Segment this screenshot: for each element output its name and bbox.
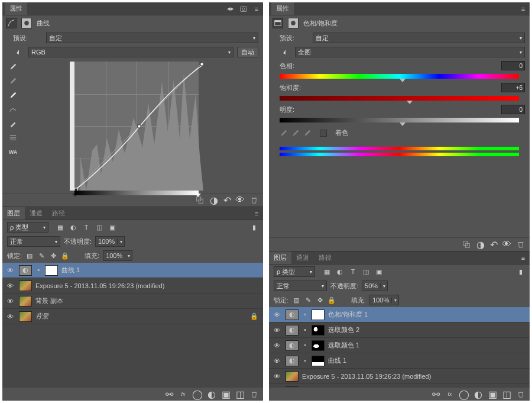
filter-pixel-icon[interactable]: ▦: [56, 223, 65, 231]
panel-menu-icon[interactable]: ≡: [519, 254, 527, 262]
layer-row[interactable]: 👁◐⚬选取颜色 2: [269, 323, 530, 338]
filter-pixel-icon[interactable]: ▦: [322, 267, 332, 276]
filter-shape-icon[interactable]: ◫: [95, 223, 104, 231]
visibility-toggle-icon[interactable]: 👁: [271, 373, 282, 380]
preset-select[interactable]: 自定▾: [313, 33, 525, 43]
visibility-toggle-icon[interactable]: 👁: [271, 327, 282, 334]
lightness-slider[interactable]: [280, 118, 519, 122]
trash-icon[interactable]: [517, 240, 525, 249]
opacity-input[interactable]: 50%▾: [362, 281, 388, 291]
eyedropper-icon[interactable]: [280, 129, 288, 137]
layer-mask-thumb[interactable]: [312, 309, 325, 320]
saturation-value[interactable]: +6: [501, 83, 525, 92]
group-icon[interactable]: ▣: [222, 390, 230, 398]
eyedropper-black-icon[interactable]: [9, 63, 17, 71]
tab-paths[interactable]: 路径: [47, 207, 70, 220]
link-layers-icon[interactable]: ⚯: [432, 390, 440, 398]
prev-state-icon[interactable]: ◑: [210, 196, 218, 204]
fx-icon[interactable]: fx: [179, 390, 187, 398]
filter-kind-select[interactable]: ρ 类型▾: [274, 266, 315, 277]
tab-paths[interactable]: 路径: [314, 252, 336, 264]
tab-layers[interactable]: 图层: [269, 252, 291, 264]
lock-transparent-icon[interactable]: ▨: [292, 296, 300, 304]
group-icon[interactable]: ▣: [488, 390, 497, 398]
visibility-toggle-icon[interactable]: 👁: [5, 298, 15, 305]
lock-all-icon[interactable]: 🔒: [327, 296, 336, 304]
layer-row[interactable]: 👁Exposure 5 - 2013.11.05 19:26:23 (modif…: [269, 369, 530, 384]
link-layers-icon[interactable]: ⚯: [165, 390, 173, 398]
layer-row[interactable]: 👁Exposure 5 - 2013.11.05 19:26:23 (modif…: [2, 278, 263, 294]
adjustment-add-icon[interactable]: ◐: [207, 390, 216, 398]
blend-mode-select[interactable]: 正常▾: [7, 236, 60, 247]
layer-thumb[interactable]: [286, 371, 299, 382]
filter-kind-select[interactable]: ρ 类型▾: [7, 222, 48, 233]
filter-toggle-icon[interactable]: ▮: [517, 267, 525, 276]
layer-row[interactable]: 👁背景 副本: [2, 294, 263, 309]
layer-mask-thumb[interactable]: [45, 265, 58, 276]
lock-position-icon[interactable]: ✥: [49, 252, 57, 260]
hue-value[interactable]: 0: [501, 61, 525, 70]
range-select[interactable]: 全图▾: [295, 47, 525, 57]
properties-tab[interactable]: 属性: [5, 2, 27, 15]
trash-icon[interactable]: [517, 390, 525, 398]
layer-row[interactable]: 👁◐⚬曲线 1: [2, 263, 263, 278]
visibility-toggle-icon[interactable]: 👁: [5, 282, 15, 289]
layer-mask-thumb[interactable]: [312, 340, 325, 351]
prev-state-icon[interactable]: ◑: [476, 240, 485, 249]
adjustment-add-icon[interactable]: ◐: [474, 390, 482, 398]
preset-select[interactable]: 自定▾: [46, 33, 258, 43]
finger-icon[interactable]: [13, 48, 25, 56]
filter-toggle-icon[interactable]: ▮: [250, 223, 258, 231]
visibility-toggle-icon[interactable]: 👁: [271, 311, 282, 318]
reset-icon[interactable]: ↶: [223, 196, 231, 204]
layer-thumb[interactable]: [19, 296, 32, 307]
fill-input[interactable]: 100%▾: [103, 250, 132, 261]
filter-type-icon[interactable]: T: [82, 223, 91, 231]
visibility-toggle-icon[interactable]: 👁: [5, 313, 15, 320]
clip-to-layer-icon[interactable]: [462, 240, 471, 249]
pencil-icon[interactable]: [9, 120, 17, 128]
visibility-icon[interactable]: 👁: [236, 196, 244, 204]
lock-pixels-icon[interactable]: ✎: [37, 252, 46, 260]
eyedropper-white-icon[interactable]: [9, 91, 17, 99]
lock-all-icon[interactable]: 🔒: [61, 252, 69, 260]
blend-mode-select[interactable]: 正常▾: [274, 281, 327, 291]
trash-icon[interactable]: [250, 196, 258, 204]
curves-graph[interactable]: [70, 62, 199, 191]
properties-tab[interactable]: 属性: [271, 2, 294, 15]
reset-icon[interactable]: ↶: [489, 240, 498, 249]
filter-adjust-icon[interactable]: ◐: [69, 223, 78, 231]
visibility-toggle-icon[interactable]: 👁: [5, 267, 15, 274]
eyedropper-minus-icon[interactable]: [303, 129, 312, 137]
filter-adjust-icon[interactable]: ◐: [335, 267, 345, 276]
layer-mask-thumb[interactable]: [312, 325, 325, 336]
clip-icon[interactable]: WA: [9, 148, 17, 156]
filter-smart-icon[interactable]: ▣: [374, 267, 384, 276]
layer-row[interactable]: 👁◐⚬选取颜色 1: [269, 338, 530, 353]
curves-draw-icon[interactable]: [9, 105, 17, 114]
layer-thumb[interactable]: [19, 311, 32, 322]
finger-icon[interactable]: [280, 48, 291, 56]
lock-transparent-icon[interactable]: ▨: [25, 252, 34, 260]
visibility-toggle-icon[interactable]: 👁: [271, 357, 282, 365]
visibility-toggle-icon[interactable]: 👁: [271, 342, 282, 349]
layer-thumb[interactable]: ◐: [286, 325, 299, 336]
new-layer-icon[interactable]: ◫: [502, 390, 511, 398]
layer-thumb[interactable]: ◐: [19, 265, 32, 276]
layer-thumb[interactable]: ◐: [286, 356, 299, 366]
fx-icon[interactable]: fx: [446, 390, 454, 398]
layer-thumb[interactable]: ◐: [286, 309, 299, 320]
layer-thumb[interactable]: [19, 281, 32, 291]
filter-type-icon[interactable]: T: [348, 267, 358, 276]
camera-icon[interactable]: [239, 5, 248, 13]
hue-slider[interactable]: [280, 74, 519, 79]
mask-add-icon[interactable]: ◯: [193, 390, 202, 398]
fill-input[interactable]: 100%▾: [369, 295, 399, 305]
auto-button[interactable]: 自动: [237, 47, 258, 57]
layer-thumb[interactable]: ◐: [286, 340, 299, 351]
eyedropper-gray-icon[interactable]: [9, 77, 17, 85]
tab-channels[interactable]: 通道: [25, 207, 47, 220]
mask-add-icon[interactable]: ◯: [460, 390, 468, 398]
tab-channels[interactable]: 通道: [291, 252, 314, 264]
saturation-slider[interactable]: [280, 96, 519, 101]
